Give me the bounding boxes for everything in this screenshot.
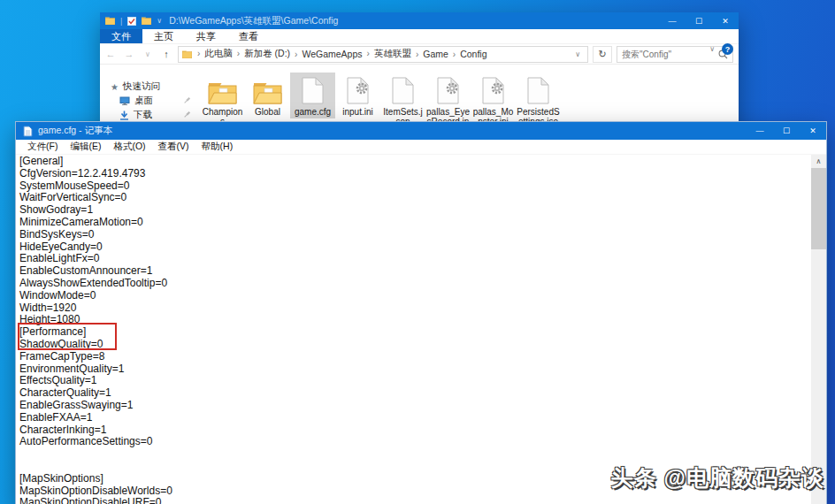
- config-line: Width=1920: [19, 302, 811, 315]
- up-icon[interactable]: ↑: [159, 49, 173, 59]
- minimize-button[interactable]: —: [659, 12, 686, 29]
- config-line: EnableCustomAnnouncer=1: [19, 265, 811, 278]
- config-line: HideEyeCandy=0: [19, 241, 811, 254]
- config-line: WindowMode=0: [19, 290, 811, 302]
- quick-access-toolbar: | ∨: [105, 17, 162, 26]
- notepad-window: game.cfg - 记事本 — ☐ ✕ 文件(F)编辑(E)格式(O)查看(V…: [15, 121, 827, 504]
- qat-separator: |: [120, 17, 122, 26]
- config-line: MapSkinOptionDisableURF=0: [19, 497, 811, 504]
- ribbon-tab[interactable]: 主页: [142, 29, 185, 43]
- breadcrumb-item[interactable]: WeGameApps: [290, 49, 362, 59]
- config-line: ShowGodray=1: [19, 204, 811, 217]
- folder-icon: [208, 81, 237, 104]
- sidebar-item-downloads[interactable]: 下载: [111, 108, 200, 122]
- gear-icon: [446, 82, 458, 95]
- gear-icon: [491, 82, 503, 95]
- config-line: AlwaysShowExtendedTooltip=0: [19, 278, 811, 290]
- config-line: EnvironmentQuality=1: [19, 363, 811, 376]
- file-item[interactable]: ItemSets.json: [380, 73, 425, 128]
- config-line: EnableLightFx=0: [19, 253, 811, 265]
- maximize-button[interactable]: ☐: [686, 12, 712, 29]
- refresh-button[interactable]: ↻: [593, 46, 612, 63]
- config-line: AutoPerformanceSettings=0: [19, 436, 811, 448]
- ribbon-tab-bar: 文件主页共享查看: [100, 29, 739, 44]
- desktop-icon: [119, 96, 130, 105]
- menu-item[interactable]: 帮助(H): [195, 141, 240, 153]
- close-button[interactable]: ✕: [800, 122, 826, 140]
- breadcrumb-item[interactable]: 此电脑: [193, 48, 233, 60]
- file-type-icon: [437, 74, 459, 104]
- file-item[interactable]: Global: [245, 73, 290, 118]
- menu-item[interactable]: 编辑(E): [64, 141, 107, 153]
- document-icon: [392, 77, 414, 104]
- document-icon: [302, 77, 324, 104]
- breadcrumb-item[interactable]: Config: [448, 49, 487, 59]
- config-line: [Performance]: [19, 326, 811, 339]
- maximize-button[interactable]: ☐: [773, 122, 800, 140]
- breadcrumb-item[interactable]: Game: [411, 49, 448, 59]
- sidebar-label: 下载: [134, 109, 152, 121]
- notepad-text-area[interactable]: [General]CfgVersion=12.2.419.4793SystemM…: [16, 155, 811, 504]
- refresh-icon: ↻: [598, 49, 606, 60]
- notepad-title: game.cfg - 记事本: [38, 125, 741, 137]
- watermark: 头条 @电脑数码杂谈: [611, 463, 824, 493]
- notepad-titlebar[interactable]: game.cfg - 记事本 — ☐ ✕: [16, 122, 826, 140]
- download-icon: [119, 111, 129, 120]
- config-line: CharacterInking=1: [19, 424, 811, 437]
- menu-item[interactable]: 查看(V): [152, 141, 195, 153]
- config-line: ShadowQuality=0: [19, 339, 811, 351]
- folder-icon[interactable]: [105, 17, 115, 25]
- ribbon-tab[interactable]: 文件: [100, 29, 142, 43]
- ribbon-tab[interactable]: 查看: [227, 29, 270, 43]
- scrollbar-thumb[interactable]: [811, 168, 826, 249]
- pin-icon: [183, 111, 191, 118]
- address-bar[interactable]: 此电脑新加卷 (D:)WeGameApps英雄联盟GameConfig ∨: [178, 46, 588, 63]
- ribbon-tab[interactable]: 共享: [185, 29, 227, 43]
- qat-customize-chevron-icon[interactable]: ∨: [157, 17, 162, 25]
- explorer-titlebar[interactable]: | ∨ D:\WeGameApps\英雄联盟\Game\Config — ☐ ✕: [100, 12, 739, 29]
- sidebar-item-quick-access[interactable]: ★ 快速访问: [111, 80, 200, 94]
- file-item[interactable]: pallas_EyesRecord.in: [425, 73, 471, 128]
- recent-locations-chevron-icon[interactable]: ∨: [141, 50, 155, 58]
- document-icon: [527, 77, 549, 104]
- file-type-icon: [527, 74, 549, 104]
- pin-icon: [183, 96, 191, 104]
- file-item[interactable]: pallas_Monster.ini: [471, 73, 516, 128]
- sidebar-label: 快速访问: [123, 80, 160, 93]
- config-line: BindSysKeys=0: [19, 229, 811, 241]
- file-item[interactable]: game.cfg: [290, 73, 335, 118]
- forward-icon[interactable]: →: [122, 49, 136, 59]
- back-icon[interactable]: ←: [103, 49, 118, 59]
- file-type-icon: [208, 74, 237, 104]
- ribbon-collapse-chevron-icon[interactable]: ∨: [709, 45, 715, 53]
- menu-item[interactable]: 格式(O): [107, 141, 151, 153]
- notepad-icon: [23, 126, 33, 137]
- file-item[interactable]: input.ini: [335, 73, 380, 118]
- sidebar-item-desktop[interactable]: 桌面: [111, 94, 200, 108]
- folder-icon: [253, 81, 282, 104]
- menu-item[interactable]: 文件(F): [21, 141, 64, 153]
- config-line: EffectsQuality=1: [19, 375, 811, 387]
- help-icon[interactable]: ?: [722, 43, 733, 55]
- properties-check-icon[interactable]: [127, 17, 136, 26]
- file-item[interactable]: PersistedSettings.jso: [516, 73, 561, 128]
- file-type-icon: [253, 74, 282, 104]
- address-bar-row: ← → ∨ ↑ 此电脑新加卷 (D:)WeGameApps英雄联盟GameCon…: [100, 44, 739, 65]
- close-button[interactable]: ✕: [712, 12, 739, 29]
- explorer-window-controls: — ☐ ✕: [659, 12, 739, 29]
- file-item[interactable]: Champions: [200, 73, 245, 128]
- breadcrumb-item[interactable]: 英雄联盟: [363, 48, 411, 60]
- breadcrumb-item[interactable]: 新加卷 (D:): [233, 48, 290, 60]
- scroll-up-icon[interactable]: ∧: [811, 155, 826, 168]
- search-input[interactable]: [622, 50, 718, 59]
- vertical-scrollbar[interactable]: ∧: [811, 155, 826, 504]
- minimize-button[interactable]: —: [747, 122, 773, 140]
- address-dropdown-chevron-icon[interactable]: ∨: [571, 50, 584, 58]
- new-folder-icon[interactable]: [142, 17, 151, 25]
- config-line: [General]: [19, 156, 811, 168]
- config-line: Height=1080: [19, 314, 811, 326]
- notepad-window-controls: — ☐ ✕: [747, 122, 826, 140]
- config-line: MinimizeCameraMotion=0: [19, 217, 811, 229]
- config-line: [19, 448, 811, 461]
- notepad-menubar: 文件(F)编辑(E)格式(O)查看(V)帮助(H): [16, 140, 826, 155]
